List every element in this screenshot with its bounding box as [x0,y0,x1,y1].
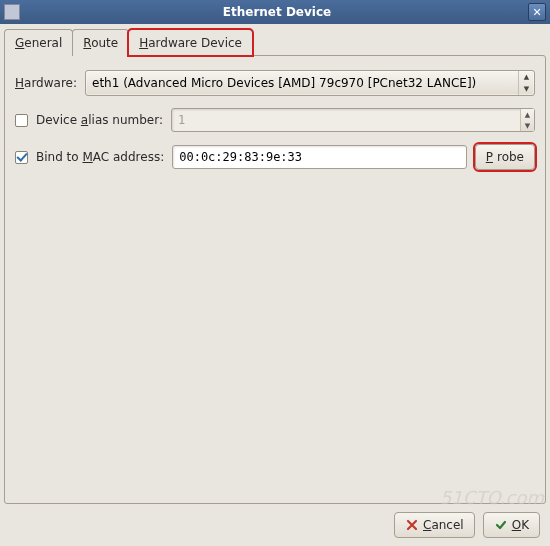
probe-button[interactable]: Probe [475,144,535,170]
ok-rest: K [521,518,529,532]
tab-general[interactable]: General [4,29,73,56]
cancel-icon [405,518,419,532]
tab-hardware-rest: ardware Device [148,36,242,50]
close-button[interactable]: ✕ [528,3,546,21]
window-title: Ethernet Device [26,5,528,19]
label-device-alias: Device alias number: [36,113,163,127]
tab-panel-hardware: Hardware: eth1 (Advanced Micro Devices [… [4,55,546,504]
mac-address-value: 00:0c:29:83:9e:33 [173,146,466,168]
ok-icon [494,518,508,532]
probe-rest: robe [497,150,524,164]
device-alias-checkbox[interactable] [15,114,28,127]
chevron-up-icon: ▲ [521,109,534,120]
hardware-combobox[interactable]: eth1 (Advanced Micro Devices [AMD] 79c97… [85,70,535,96]
tab-route[interactable]: Route [72,29,129,56]
dialog-footer: Cancel OK [4,504,546,542]
device-alias-value: 1 [172,109,520,131]
hardware-combobox-spinner[interactable]: ▲ ▼ [518,71,534,95]
window-body: General Route Hardware Device Hardware: … [0,24,550,546]
chevron-down-icon: ▼ [519,83,534,95]
row-device-alias: Device alias number: 1 ▲ ▼ [15,108,535,132]
tab-general-rest: eneral [24,36,62,50]
label-hardware: Hardware: [15,76,77,90]
close-icon: ✕ [532,6,541,19]
hardware-combobox-value: eth1 (Advanced Micro Devices [AMD] 79c97… [86,71,518,95]
mac-address-input[interactable]: 00:0c:29:83:9e:33 [172,145,467,169]
chevron-up-icon: ▲ [519,71,534,83]
device-alias-spinbox: 1 ▲ ▼ [171,108,535,132]
cancel-rest: ancel [431,518,463,532]
titlebar: Ethernet Device ✕ [0,0,550,24]
tab-route-rest: oute [91,36,118,50]
window-icon [4,4,20,20]
bind-mac-checkbox[interactable] [15,151,28,164]
tab-hardware-device[interactable]: Hardware Device [128,29,253,56]
cancel-button[interactable]: Cancel [394,512,475,538]
device-alias-spin-buttons: ▲ ▼ [520,109,534,131]
row-hardware: Hardware: eth1 (Advanced Micro Devices [… [15,70,535,96]
ok-button[interactable]: OK [483,512,540,538]
label-bind-mac: Bind to MAC address: [36,150,164,164]
row-bind-mac: Bind to MAC address: 00:0c:29:83:9e:33 P… [15,144,535,170]
chevron-down-icon: ▼ [521,120,534,131]
tab-strip: General Route Hardware Device [4,28,546,55]
